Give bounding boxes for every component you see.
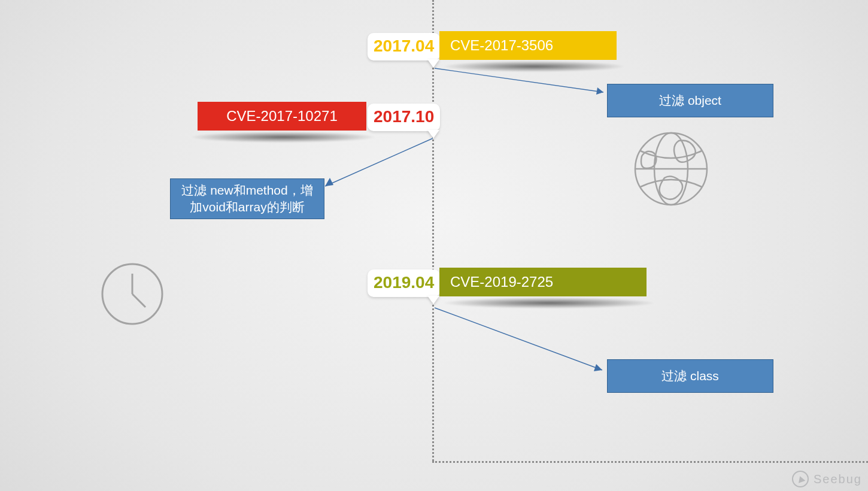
arrow-2017-04-to-object: [431, 65, 617, 107]
cve-label: CVE-2017-3506: [450, 37, 553, 53]
svg-line-2: [132, 294, 145, 307]
svg-line-9: [435, 308, 602, 370]
arrow-2017-10-to-newmethod: [314, 135, 440, 195]
svg-line-7: [325, 138, 433, 186]
arrow-2019-04-to-class: [431, 304, 617, 382]
cve-label: CVE-2017-10271: [226, 108, 337, 124]
date-text: 2017.04: [374, 37, 434, 55]
note-filter-new-method: 过滤 new和method，增加void和array的判断: [170, 178, 324, 219]
note-filter-object: 过滤 object: [607, 84, 773, 117]
date-2017-04: 2017.04: [368, 33, 440, 60]
note-text: 过滤 new和method，增加void和array的判断: [175, 182, 319, 216]
cve-2017-10271-bar: CVE-2017-10271: [198, 102, 366, 131]
date-text: 2019.04: [374, 273, 434, 292]
cve-2019-2725-bar: CVE-2019-2725: [439, 268, 647, 296]
date-2017-10: 2017.10: [368, 104, 440, 131]
diagram-stage: 2017.04 CVE-2017-3506 过滤 object CVE-2017…: [0, 0, 868, 491]
note-filter-class: 过滤 class: [607, 359, 773, 393]
globe-icon: [632, 130, 710, 208]
date-2019-04: 2019.04: [368, 269, 440, 297]
watermark-text: Seebug: [814, 472, 862, 486]
svg-line-5: [435, 68, 603, 92]
date-text: 2017.10: [374, 107, 434, 126]
cve-label: CVE-2019-2725: [450, 274, 553, 290]
note-text: 过滤 class: [661, 368, 719, 384]
clock-icon: [100, 262, 165, 326]
svg-marker-10: [594, 364, 602, 371]
cve-2017-3506-bar: CVE-2017-3506: [439, 31, 617, 60]
note-text: 过滤 object: [659, 92, 721, 109]
svg-marker-6: [596, 87, 603, 95]
seebug-logo-icon: [792, 471, 809, 487]
pointer-icon: [427, 296, 439, 304]
svg-marker-8: [325, 178, 333, 186]
watermark: Seebug: [792, 471, 862, 487]
timeline-axis-horizontal: [432, 461, 868, 463]
